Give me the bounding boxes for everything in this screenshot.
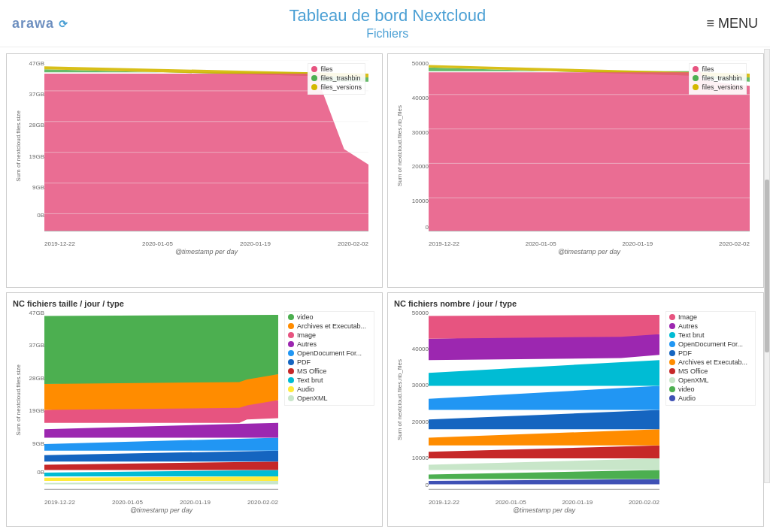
- legend-item: Autres: [288, 340, 371, 348]
- y-tick: 40000: [412, 95, 429, 101]
- logo-icon: ⟳: [59, 18, 68, 30]
- legend-item: OpenDocument For...: [288, 349, 371, 357]
- y-tick: 10000: [412, 455, 429, 461]
- legend-item: Text brut: [288, 376, 371, 384]
- svg-marker-39: [429, 315, 659, 339]
- legend-item: files_trashbin: [311, 74, 362, 82]
- legend-color: [693, 84, 699, 90]
- chart-area-top-left: Sum of nextcloud.files.size 47GB 37GB 28…: [13, 60, 376, 258]
- legend-item: files: [693, 65, 743, 73]
- menu-label[interactable]: ≡ MENU: [706, 16, 758, 32]
- y-tick: 47GB: [29, 60, 44, 67]
- legend-color: [693, 66, 699, 72]
- svg-marker-20: [44, 476, 278, 481]
- legend-item: Autres: [669, 322, 752, 330]
- chart-panel-bottom-right: NC fichiers nombre / jour / type Sum of …: [387, 292, 764, 527]
- legend-color: [288, 350, 294, 356]
- legend-color: [311, 84, 317, 90]
- y-axis-label-bottom-left: Sum of nextcloud.files.size: [15, 364, 22, 436]
- legend-item: PDF: [669, 349, 752, 357]
- scrollbar[interactable]: [764, 49, 770, 483]
- y-tick: 37GB: [29, 342, 44, 349]
- legend-item: OpenDocument For...: [669, 340, 752, 348]
- y-tick: 20000: [412, 163, 429, 170]
- x-axis-title-bottom-right: @timestamp per day: [429, 502, 659, 515]
- legend-item: MS Office: [669, 367, 752, 375]
- legend-item: Text brut: [669, 331, 752, 339]
- x-axis-title-top-left: @timestamp per day: [44, 243, 368, 257]
- legend-color: [288, 332, 294, 338]
- svg-marker-33: [429, 446, 659, 458]
- svg-marker-23: [44, 451, 278, 462]
- chart-area-top-right: Sum of nextcloud.files.nb_files 50000 40…: [394, 60, 757, 258]
- legend-item: Audio: [288, 385, 371, 393]
- legend-color: [669, 314, 675, 320]
- y-tick: 20000: [412, 419, 429, 425]
- chart-svg-bottom-right: [429, 310, 659, 491]
- page-title-block: Tableau de bord Nextcloud Fichiers: [289, 6, 486, 41]
- legend-color: [311, 66, 317, 72]
- y-tick: 19GB: [29, 153, 44, 160]
- chart-title-bottom-right: NC fichiers nombre / jour / type: [394, 299, 757, 308]
- y-tick: 0B: [37, 469, 44, 476]
- y-tick: 47GB: [29, 310, 44, 316]
- page-title: Tableau de bord Nextcloud: [289, 6, 486, 26]
- legend-color: [288, 341, 294, 347]
- legend-item: OpenXML: [288, 394, 371, 402]
- legend-top-right: files files_trashbin files_versions: [689, 63, 747, 95]
- legend-item: files: [311, 65, 362, 73]
- y-tick: 50000: [412, 60, 429, 67]
- y-tick: 28GB: [29, 122, 44, 128]
- y-tick: 0B: [37, 212, 44, 219]
- legend-item: PDF: [288, 358, 371, 366]
- scrollbar-thumb[interactable]: [765, 180, 769, 352]
- legend-color: [288, 377, 294, 383]
- svg-marker-25: [44, 423, 278, 438]
- chart-panel-top-left: Sum of nextcloud.files.size 47GB 37GB 28…: [6, 53, 383, 288]
- legend-item: files_versions: [311, 83, 362, 91]
- y-axis-label-bottom-right: Sum of nextcloud.files.nb_files: [396, 359, 403, 440]
- legend-color: [288, 323, 294, 329]
- y-tick: 30000: [412, 129, 429, 136]
- legend-color: [669, 359, 675, 365]
- dashboard: Sum of nextcloud.files.size 47GB 37GB 28…: [0, 47, 770, 532]
- y-tick: 9GB: [32, 440, 44, 447]
- svg-marker-12: [429, 72, 750, 231]
- chart-svg-bottom-left: [44, 310, 278, 491]
- page-subtitle: Fichiers: [289, 27, 486, 41]
- legend-color: [669, 368, 675, 374]
- y-tick: 40000: [412, 346, 429, 352]
- legend-item: Archives et Executab...: [669, 358, 752, 366]
- chart-panel-bottom-left: NC fichiers taille / jour / type Sum of …: [6, 292, 383, 527]
- logo: arawa ⟳: [12, 16, 68, 32]
- x-axis-title-bottom-left: @timestamp per day: [44, 502, 278, 515]
- legend-color: [669, 395, 675, 401]
- legend-color: [669, 350, 675, 356]
- svg-marker-19: [44, 481, 278, 484]
- svg-marker-32: [429, 458, 659, 470]
- legend-color: [669, 377, 675, 383]
- chart-grid: Sum of nextcloud.files.size 47GB 37GB 28…: [6, 53, 764, 527]
- header: arawa ⟳ Tableau de bord Nextcloud Fichie…: [0, 0, 770, 47]
- legend-color: [288, 359, 294, 365]
- legend-item: files_versions: [693, 83, 743, 91]
- y-axis-label-top-left: Sum of nextcloud.files.size: [15, 110, 22, 182]
- legend-item: Audio: [669, 394, 752, 402]
- legend-bottom-left: video Archives et Executab... Image Autr…: [284, 311, 374, 406]
- legend-color: [288, 368, 294, 374]
- legend-item: video: [288, 313, 371, 321]
- legend-color: [669, 332, 675, 338]
- chart-svg-container-bottom-left: [44, 310, 278, 491]
- svg-marker-24: [44, 437, 278, 450]
- legend-item: Archives et Executab...: [288, 322, 371, 330]
- legend-bottom-right: Image Autres Text brut OpenDocument For.…: [665, 311, 756, 406]
- svg-marker-22: [44, 461, 278, 470]
- chart-svg-container-bottom-right: [429, 310, 659, 491]
- legend-item: MS Office: [288, 367, 371, 375]
- menu-button[interactable]: ≡ MENU: [706, 16, 758, 32]
- svg-marker-30: [429, 479, 659, 485]
- logo-text: arawa: [12, 16, 54, 31]
- y-tick: 10000: [412, 198, 429, 204]
- svg-marker-21: [44, 470, 278, 476]
- chart-title-bottom-left: NC fichiers taille / jour / type: [13, 299, 376, 308]
